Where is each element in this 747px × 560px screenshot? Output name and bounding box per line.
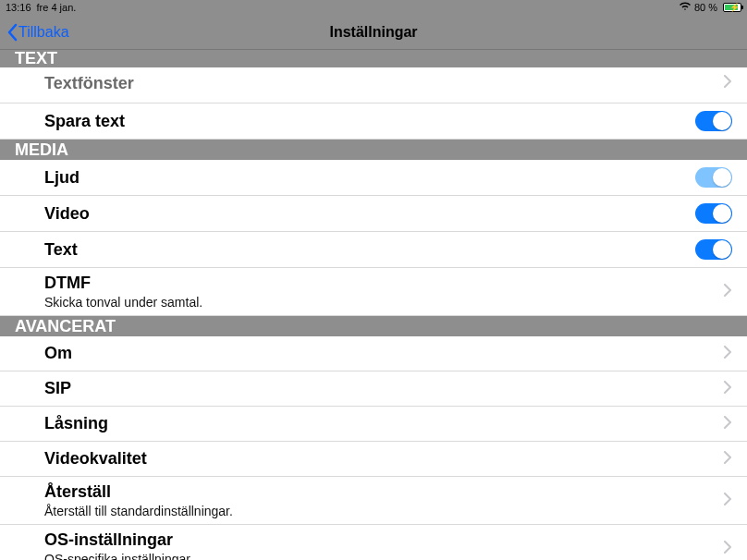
row-ljud-label: Ljud	[44, 168, 80, 188]
chevron-right-icon	[724, 416, 732, 432]
status-bar: 13:16 fre 4 jan. 80 % ⚡	[0, 0, 747, 15]
row-aterstall-label: Återställ	[44, 482, 233, 502]
chevron-right-icon	[724, 75, 732, 91]
row-text[interactable]: Text	[0, 232, 747, 268]
row-os-installningar-label: OS-inställningar	[44, 530, 193, 550]
row-video-label: Video	[44, 204, 90, 224]
row-dtmf-label: DTMF	[44, 274, 202, 293]
row-spara-text[interactable]: Spara text	[0, 103, 747, 140]
row-sip[interactable]: SIP	[0, 371, 747, 407]
chevron-right-icon	[724, 541, 732, 557]
chevron-right-icon	[724, 346, 732, 362]
row-sip-label: SIP	[44, 379, 71, 398]
toggle-ljud[interactable]	[695, 167, 732, 188]
status-date: fre 4 jan.	[37, 2, 77, 13]
row-ljud[interactable]: Ljud	[0, 160, 747, 196]
battery-percentage: 80 %	[694, 2, 717, 13]
row-video[interactable]: Video	[0, 196, 747, 232]
row-lasning[interactable]: Låsning	[0, 407, 747, 442]
row-textfonster[interactable]: Textfönster	[0, 67, 747, 103]
toggle-video[interactable]	[695, 203, 732, 224]
back-button[interactable]: Tillbaka	[0, 23, 69, 42]
row-aterstall-sublabel: Återställ till standardinställningar.	[44, 504, 233, 518]
row-om[interactable]: Om	[0, 336, 747, 371]
row-os-installningar[interactable]: OS-inställningar OS-specifika inställnin…	[0, 525, 747, 560]
battery-icon: ⚡	[721, 3, 741, 12]
section-header-text: TEXT	[0, 50, 747, 67]
row-spara-text-label: Spara text	[44, 112, 125, 131]
chevron-right-icon	[724, 284, 732, 300]
chevron-left-icon	[6, 23, 18, 42]
toggle-spara-text[interactable]	[695, 111, 732, 131]
section-header-media: MEDIA	[0, 140, 747, 160]
chevron-right-icon	[724, 451, 732, 468]
toggle-text[interactable]	[695, 239, 732, 260]
page-title: Inställningar	[0, 24, 747, 41]
row-os-installningar-sublabel: OS-specifika inställningar.	[44, 552, 193, 560]
row-om-label: Om	[44, 344, 72, 363]
back-label: Tillbaka	[18, 24, 69, 41]
row-textfonster-label: Textfönster	[44, 74, 134, 93]
section-header-advanced: AVANCERAT	[0, 316, 747, 336]
row-videokvalitet-label: Videokvalitet	[44, 449, 147, 469]
row-dtmf[interactable]: DTMF Skicka tonval under samtal.	[0, 268, 747, 316]
row-dtmf-sublabel: Skicka tonval under samtal.	[44, 295, 202, 310]
row-aterstall[interactable]: Återställ Återställ till standardinställ…	[0, 477, 747, 525]
wifi-icon	[680, 2, 691, 13]
settings-list: TEXT Textfönster Spara text MEDIA Ljud V…	[0, 50, 747, 560]
row-text-label: Text	[44, 240, 78, 260]
chevron-right-icon	[724, 493, 732, 509]
status-time: 13:16	[6, 2, 31, 13]
chevron-right-icon	[724, 381, 732, 397]
nav-bar: Tillbaka Inställningar	[0, 15, 747, 50]
row-videokvalitet[interactable]: Videokvalitet	[0, 442, 747, 477]
row-lasning-label: Låsning	[44, 414, 108, 433]
